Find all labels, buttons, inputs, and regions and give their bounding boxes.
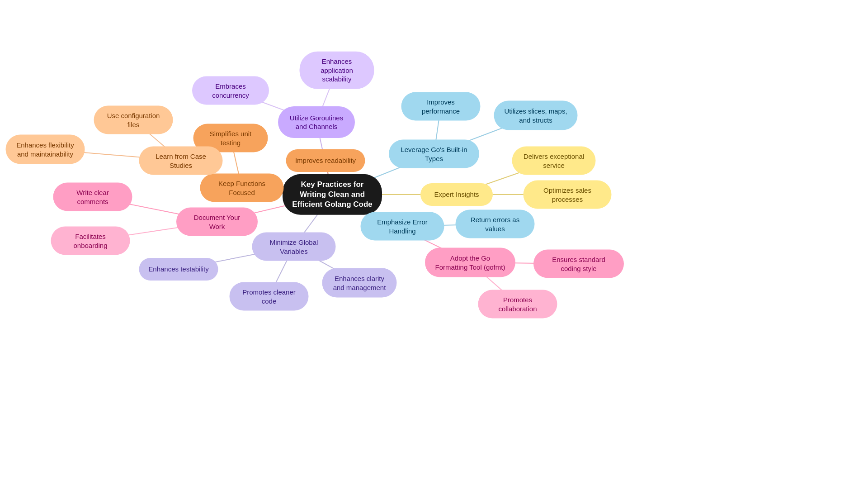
node-learn_case_studies: Learn from Case Studies xyxy=(139,147,223,175)
node-utilizes_slices: Utilizes slices, maps, and structs xyxy=(494,101,578,130)
node-improves_performance: Improves performance xyxy=(401,92,481,121)
node-return_errors: Return errors as values xyxy=(456,210,535,238)
node-promotes_collab: Promotes collaboration xyxy=(478,290,557,319)
node-embraces_concurrency: Embraces concurrency xyxy=(192,76,269,105)
node-enhances_scalability: Enhances application scalability xyxy=(300,52,374,89)
connection-lines xyxy=(0,0,868,490)
node-enhances_clarity: Enhances clarity and management xyxy=(322,268,397,298)
node-document_work: Document Your Work xyxy=(176,208,258,236)
mindmap-container: Key Practices for Writing Clean and Effi… xyxy=(0,0,868,490)
node-minimize_globals: Minimize Global Variables xyxy=(252,233,336,261)
node-leverage_types: Leverage Go's Built-in Types xyxy=(389,140,479,168)
node-optimizes_sales: Optimizes sales processes xyxy=(524,181,612,209)
node-goroutines: Utilize Goroutines and Channels xyxy=(278,106,355,138)
node-enhances_testability: Enhances testability xyxy=(139,258,218,281)
node-improves_readability: Improves readability xyxy=(286,149,365,172)
node-ensures_standard: Ensures standard coding style xyxy=(533,250,624,278)
node-facilitates_onboarding: Facilitates onboarding xyxy=(51,227,130,255)
node-center: Key Practices for Writing Clean and Effi… xyxy=(283,174,382,215)
node-use_config: Use configuration files xyxy=(94,106,173,134)
node-delivers_service: Delivers exceptional service xyxy=(512,147,596,175)
node-error_handling: Emphasize Error Handling xyxy=(361,212,444,241)
node-enhances_flex: Enhances flexibility and maintainability xyxy=(6,135,85,164)
node-expert_insights: Expert Insights xyxy=(420,183,493,206)
node-promotes_cleaner: Promotes cleaner code xyxy=(230,282,309,311)
node-gofmt: Adopt the Go Formatting Tool (gofmt) xyxy=(425,248,515,277)
node-write_comments: Write clear comments xyxy=(53,183,132,211)
node-keep_functions: Keep Functions Focused xyxy=(200,174,284,202)
